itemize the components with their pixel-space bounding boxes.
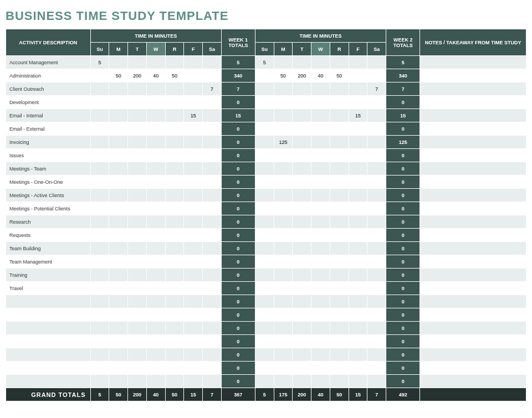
minute-cell[interactable] [311,122,330,136]
activity-cell[interactable]: Issues [6,149,91,162]
minute-cell[interactable] [203,176,222,189]
minute-cell[interactable] [330,242,349,255]
minute-cell[interactable]: 40 [311,69,330,82]
minute-cell[interactable] [367,229,386,242]
minute-cell[interactable] [109,96,128,109]
minute-cell[interactable] [184,269,203,282]
minute-cell[interactable] [184,242,203,255]
minute-cell[interactable] [367,295,386,308]
minute-cell[interactable] [330,215,349,229]
minute-cell[interactable] [255,82,274,96]
minute-cell[interactable] [128,202,147,215]
minute-cell[interactable] [367,162,386,176]
minute-cell[interactable] [330,335,349,348]
minute-cell[interactable] [128,375,147,388]
minute-cell[interactable] [184,282,203,295]
minute-cell[interactable] [349,96,367,109]
minute-cell[interactable] [146,348,165,362]
minute-cell[interactable] [311,335,330,348]
minute-cell[interactable] [146,282,165,295]
minute-cell[interactable] [184,189,203,202]
minute-cell[interactable] [330,375,349,388]
minute-cell[interactable] [146,362,165,375]
minute-cell[interactable] [274,255,293,269]
minute-cell[interactable] [293,362,311,375]
minute-cell[interactable] [109,149,128,162]
minute-cell[interactable] [109,109,128,122]
minute-cell[interactable] [293,335,311,348]
minute-cell[interactable] [349,348,367,362]
minute-cell[interactable] [203,215,222,229]
minute-cell[interactable] [293,282,311,295]
notes-cell[interactable] [420,189,526,202]
activity-cell[interactable]: Team Management [6,255,91,269]
minute-cell[interactable]: 50 [165,69,184,82]
minute-cell[interactable] [146,96,165,109]
activity-cell[interactable] [6,295,91,308]
minute-cell[interactable] [90,109,109,122]
minute-cell[interactable] [128,149,147,162]
activity-cell[interactable]: Meetings - Potential Clients [6,202,91,215]
minute-cell[interactable] [184,335,203,348]
minute-cell[interactable] [274,229,293,242]
minute-cell[interactable] [146,308,165,322]
minute-cell[interactable]: 50 [109,69,128,82]
minute-cell[interactable] [293,189,311,202]
minute-cell[interactable] [255,122,274,136]
minute-cell[interactable] [128,335,147,348]
minute-cell[interactable] [90,242,109,255]
activity-cell[interactable]: Meetings - One-On-One [6,176,91,189]
minute-cell[interactable] [109,282,128,295]
minute-cell[interactable] [367,348,386,362]
activity-cell[interactable]: Email - Internal [6,109,91,122]
notes-cell[interactable] [420,348,526,362]
minute-cell[interactable] [349,295,367,308]
minute-cell[interactable] [90,348,109,362]
notes-cell[interactable] [420,375,526,388]
minute-cell[interactable] [165,295,184,308]
minute-cell[interactable] [165,282,184,295]
minute-cell[interactable] [349,69,367,82]
minute-cell[interactable] [128,255,147,269]
minute-cell[interactable] [165,242,184,255]
minute-cell[interactable] [349,282,367,295]
minute-cell[interactable] [184,215,203,229]
minute-cell[interactable] [128,242,147,255]
notes-cell[interactable] [420,269,526,282]
minute-cell[interactable] [165,56,184,69]
minute-cell[interactable] [165,229,184,242]
minute-cell[interactable] [367,269,386,282]
minute-cell[interactable] [90,162,109,176]
minute-cell[interactable] [274,335,293,348]
minute-cell[interactable] [274,202,293,215]
minute-cell[interactable]: 40 [146,69,165,82]
minute-cell[interactable] [330,122,349,136]
minute-cell[interactable]: 7 [367,82,386,96]
activity-cell[interactable] [6,375,91,388]
minute-cell[interactable] [274,282,293,295]
minute-cell[interactable] [184,69,203,82]
minute-cell[interactable]: 7 [203,82,222,96]
minute-cell[interactable] [165,136,184,149]
minute-cell[interactable] [203,242,222,255]
minute-cell[interactable] [293,215,311,229]
minute-cell[interactable] [184,375,203,388]
minute-cell[interactable] [274,295,293,308]
minute-cell[interactable] [184,122,203,136]
minute-cell[interactable] [293,202,311,215]
activity-cell[interactable] [6,362,91,375]
minute-cell[interactable] [311,109,330,122]
minute-cell[interactable] [349,322,367,335]
minute-cell[interactable] [90,189,109,202]
minute-cell[interactable] [203,229,222,242]
minute-cell[interactable] [349,149,367,162]
minute-cell[interactable] [165,96,184,109]
notes-cell[interactable] [420,96,526,109]
minute-cell[interactable] [203,269,222,282]
minute-cell[interactable] [128,348,147,362]
minute-cell[interactable] [255,109,274,122]
minute-cell[interactable] [255,362,274,375]
notes-cell[interactable] [420,335,526,348]
minute-cell[interactable] [146,202,165,215]
notes-cell[interactable] [420,308,526,322]
